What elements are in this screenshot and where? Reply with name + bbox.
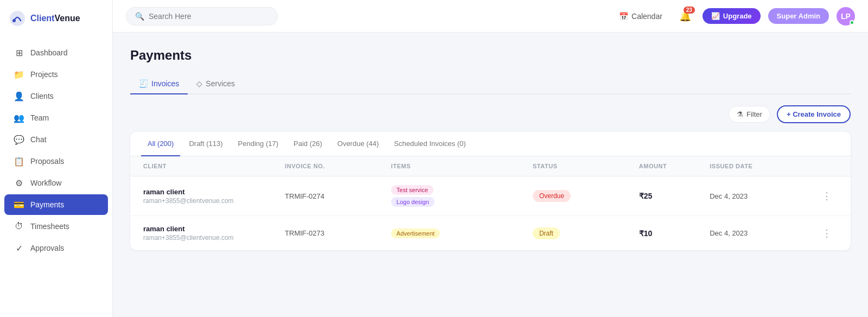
avatar-online-dot [850, 20, 854, 25]
tab-services-label: Services [206, 79, 235, 88]
main-area: 🔍 📅 Calendar 🔔 23 📈 Upgrade Super Admin … [113, 0, 868, 317]
inv-tab-scheduled[interactable]: Scheduled Invoices (0) [387, 132, 472, 156]
client-cell: raman client raman+3855@clientvenue.com [143, 188, 285, 205]
status-badge: Draft [533, 227, 560, 239]
client-cell: raman client raman+3855@clientvenue.com [143, 225, 285, 242]
client-name: raman client [143, 225, 285, 233]
calendar-button[interactable]: 📅 Calendar [614, 9, 668, 24]
approvals-icon: ✓ [14, 243, 24, 253]
tab-invoices-label: Invoices [151, 79, 179, 88]
logo: ClientVenue [0, 0, 112, 37]
client-email: raman+3855@clientvenue.com [143, 197, 285, 205]
sidebar: ClientVenue ⊞ Dashboard 📁 Projects 👤 Cli… [0, 0, 113, 317]
invoice-tabs: All (200) Draft (113) Pending (17) Paid … [130, 132, 851, 156]
search-input[interactable] [149, 12, 257, 21]
projects-icon: 📁 [14, 69, 24, 79]
invoice-number: TRMIF-0274 [285, 192, 391, 200]
inv-tab-pending[interactable]: Pending (17) [232, 132, 285, 156]
tab-invoices[interactable]: 🧾 Invoices [130, 74, 188, 94]
th-client: CLIENT [143, 163, 285, 169]
sidebar-label-timesheets: Timesheets [30, 222, 69, 231]
table-header: CLIENT INVOICE NO. ITEMS STATUS AMOUNT I… [130, 156, 851, 176]
logo-text-dark: Venue [54, 14, 80, 23]
inv-tab-all[interactable]: All (200) [141, 132, 180, 156]
upgrade-button[interactable]: 📈 Upgrade [703, 8, 761, 24]
sidebar-item-dashboard[interactable]: ⊞ Dashboard [4, 42, 108, 63]
search-icon: 🔍 [135, 12, 144, 21]
inv-tab-draft-label: Draft (113) [189, 140, 222, 148]
inv-tab-paid-label: Paid (26) [293, 140, 322, 148]
notification-badge: 23 [684, 7, 695, 14]
header-right: 📅 Calendar 🔔 23 📈 Upgrade Super Admin LP [614, 7, 855, 26]
toolbar: ⚗ Filter + Create Invoice [130, 105, 851, 123]
sidebar-item-approvals[interactable]: ✓ Approvals [4, 238, 108, 258]
sidebar-label-payments: Payments [30, 200, 64, 209]
workflow-icon: ⚙ [14, 178, 24, 188]
header: 🔍 📅 Calendar 🔔 23 📈 Upgrade Super Admin … [113, 0, 868, 33]
page-title: Payments [130, 48, 851, 63]
avatar[interactable]: LP [837, 7, 855, 26]
table-row: raman client raman+3855@clientvenue.com … [130, 216, 851, 250]
calendar-icon: 📅 [619, 12, 628, 21]
inv-tab-overdue[interactable]: Overdue (44) [331, 132, 386, 156]
proposals-icon: 📋 [14, 156, 24, 166]
status-cell: Draft [533, 227, 639, 239]
item-badge: Test service [391, 185, 433, 195]
sidebar-item-chat[interactable]: 💬 Chat [4, 129, 108, 150]
notification-button[interactable]: 🔔 23 [675, 7, 695, 26]
th-issued-date: ISSUED DATE [710, 163, 816, 169]
avatar-initials: LP [841, 12, 851, 21]
th-amount: AMOUNT [639, 163, 710, 169]
th-invoice-no: INVOICE NO. [285, 163, 391, 169]
sidebar-item-workflow[interactable]: ⚙ Workflow [4, 173, 108, 193]
logo-text-blue: Client [30, 14, 54, 23]
inv-tab-draft[interactable]: Draft (113) [182, 132, 229, 156]
sidebar-label-projects: Projects [30, 70, 58, 79]
sidebar-label-chat: Chat [30, 135, 47, 144]
clients-icon: 👤 [14, 91, 24, 101]
sidebar-item-timesheets[interactable]: ⏱ Timesheets [4, 216, 108, 237]
invoice-tab-icon: 🧾 [139, 79, 148, 88]
sidebar-label-clients: Clients [30, 92, 54, 100]
sidebar-item-proposals[interactable]: 📋 Proposals [4, 151, 108, 172]
sidebar-label-approvals: Approvals [30, 244, 64, 252]
client-name: raman client [143, 188, 285, 196]
super-admin-button[interactable]: Super Admin [768, 8, 829, 24]
th-actions [816, 163, 838, 169]
create-invoice-button[interactable]: + Create Invoice [777, 105, 851, 123]
sidebar-item-team[interactable]: 👥 Team [4, 107, 108, 128]
date-cell: Dec 4, 2023 [710, 192, 816, 200]
svg-point-1 [12, 19, 16, 22]
sidebar-nav: ⊞ Dashboard 📁 Projects 👤 Clients 👥 Team … [0, 37, 112, 317]
sidebar-item-clients[interactable]: 👤 Clients [4, 86, 108, 106]
invoice-card: All (200) Draft (113) Pending (17) Paid … [130, 132, 851, 250]
inv-tab-all-label: All (200) [148, 140, 174, 148]
amount-cell: ₹25 [639, 192, 710, 200]
inv-tab-scheduled-label: Scheduled Invoices (0) [394, 140, 465, 148]
search-bar[interactable]: 🔍 [126, 7, 278, 26]
inv-tab-paid[interactable]: Paid (26) [287, 132, 329, 156]
tab-services[interactable]: ◇ Services [188, 74, 244, 94]
date-cell: Dec 4, 2023 [710, 229, 816, 237]
table-row: raman client raman+3855@clientvenue.com … [130, 176, 851, 216]
dashboard-icon: ⊞ [14, 48, 24, 58]
logo-icon [9, 10, 26, 27]
upgrade-label: Upgrade [723, 12, 752, 20]
status-badge: Overdue [533, 190, 571, 202]
filter-icon: ⚗ [737, 110, 743, 118]
sidebar-label-dashboard: Dashboard [30, 48, 68, 57]
calendar-label: Calendar [631, 12, 662, 21]
more-options-button[interactable]: ⋮ [816, 227, 838, 239]
item-badge: Logo design [391, 197, 435, 207]
services-tab-icon: ◇ [196, 79, 202, 88]
sidebar-label-proposals: Proposals [30, 157, 64, 166]
more-options-button[interactable]: ⋮ [816, 190, 838, 202]
chat-icon: 💬 [14, 135, 24, 144]
filter-button[interactable]: ⚗ Filter [729, 106, 770, 123]
th-items: ITEMS [391, 163, 533, 169]
payments-icon: 💳 [14, 200, 24, 210]
sidebar-item-payments[interactable]: 💳 Payments [4, 194, 108, 215]
content-area: Payments 🧾 Invoices ◇ Services ⚗ Filter … [113, 33, 868, 317]
client-email: raman+3855@clientvenue.com [143, 234, 285, 242]
sidebar-item-projects[interactable]: 📁 Projects [4, 64, 108, 85]
